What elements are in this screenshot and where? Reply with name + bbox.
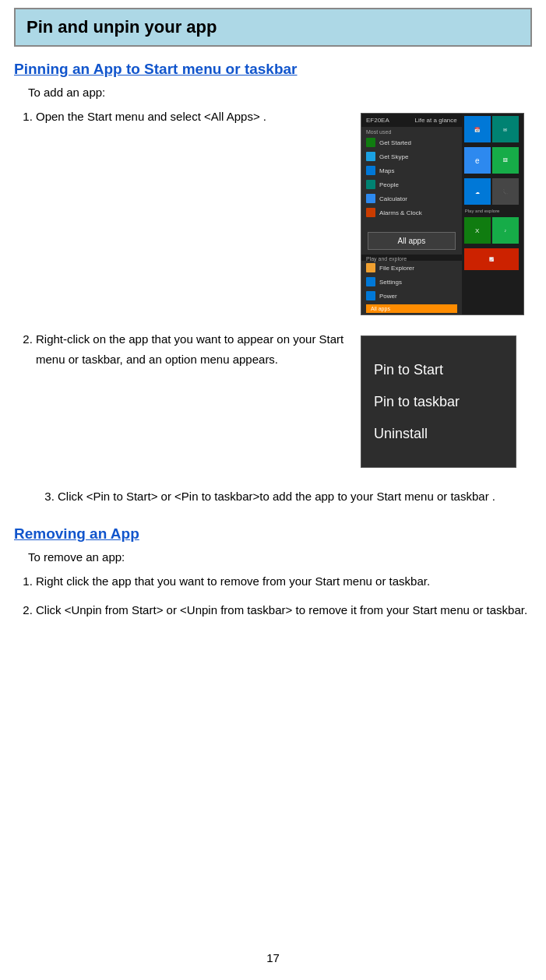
play-right-label: Play and explore (462, 207, 523, 215)
tile-row-2: e 🖼 (462, 145, 523, 176)
tile-row-1: 📅 ✉ (462, 114, 523, 145)
ctx-pin-start: Pin to Start (374, 354, 503, 386)
start-right-tiles: 📅 ✉ e 🖼 ☁ 📞 Play and explore X ♪ (462, 114, 523, 314)
page-container: Pin and unpin your app Pinning an App to… (0, 0, 546, 980)
tile-xbox: X (464, 217, 491, 244)
page-number: 17 (0, 951, 546, 964)
ctx-uninstall: Uninstall (374, 418, 503, 450)
fileexplorer-icon (366, 263, 375, 272)
play-explore-label: Play and explore (361, 255, 462, 261)
tile-phone: 📞 (492, 178, 519, 205)
alarms-icon (366, 208, 375, 217)
step1-area: Open the Start menu and select <All Apps… (14, 107, 532, 315)
start-item-skype: Get Skype (361, 149, 462, 163)
start-item-calc: Calculator (361, 191, 462, 205)
tile-music: ♪ (492, 217, 519, 244)
calc-icon (366, 194, 375, 203)
removing-section-title: Removing an App (14, 525, 532, 543)
header-bar: Pin and unpin your app (14, 8, 532, 47)
maps-icon (366, 166, 375, 175)
tile-calendar: 📅 (464, 116, 491, 142)
removing-section: Removing an App To remove an app: Right … (14, 525, 532, 620)
step2-item: Right-click on the app that you want to … (36, 329, 353, 369)
settings-icon (366, 277, 375, 286)
start-item-people: People (361, 177, 462, 191)
start-left-panel: EF20EA Life at a glance Most used Get St… (361, 114, 462, 314)
start-item-settings: Settings (361, 275, 462, 289)
remove-step2: Click <Unpin from Start> or <Unpin from … (36, 600, 532, 620)
start-menu-screenshot: EF20EA Life at a glance Most used Get St… (361, 113, 524, 315)
tile-row-4: X ♪ (462, 215, 523, 246)
start-pc-label: EF20EA (366, 117, 389, 124)
start-top-bar: EF20EA Life at a glance (361, 114, 462, 127)
start-item-getstarted: Get Started (361, 135, 462, 149)
step3-item: Click <Pin to Start> or <Pin to taskbar>… (58, 486, 532, 507)
all-apps-button[interactable]: All apps (368, 232, 456, 250)
step1-text-col: Open the Start menu and select <All Apps… (14, 107, 361, 135)
tile-mail: ✉ (492, 116, 519, 142)
step1-item: Open the Start menu and select <All Apps… (36, 107, 353, 127)
skype-icon (366, 152, 375, 161)
start-item-power: Power (361, 289, 462, 303)
most-used-label: Most used (361, 127, 462, 135)
ctx-pin-taskbar: Pin to taskbar (374, 386, 503, 418)
start-item-alarms: Alarms & Clock (361, 205, 462, 220)
tile-row-3: ☁ 📞 (462, 176, 523, 207)
header-title: Pin and unpin your app (26, 17, 520, 37)
context-menu-screenshot: Pin to Start Pin to taskbar Uninstall (361, 335, 516, 468)
pinning-intro: To add an app: (28, 86, 532, 99)
tile-weather: ☁ (464, 178, 491, 205)
tile-stocks: 📈 (464, 248, 519, 270)
step2-text-col: Right-click on the app that you want to … (14, 329, 361, 377)
removing-intro: To remove an app: (28, 550, 532, 564)
remove-step1: Right click the app that you want to rem… (36, 571, 532, 592)
all-apps-selected: All apps (366, 304, 457, 313)
power-icon (366, 291, 375, 300)
step2-area: Right-click on the app that you want to … (14, 329, 532, 468)
start-item-maps: Maps (361, 163, 462, 177)
start-life-label: Life at a glance (415, 117, 457, 124)
tile-photos: 🖼 (492, 147, 519, 174)
getstarted-icon (366, 138, 375, 147)
step3-area: Click <Pin to Start> or <Pin to taskbar>… (36, 486, 532, 507)
tile-row-5: 📈 (462, 246, 523, 272)
start-menu-image: EF20EA Life at a glance Most used Get St… (361, 107, 532, 315)
start-item-fileexplorer: File Explorer (361, 261, 462, 275)
context-menu-image: Pin to Start Pin to taskbar Uninstall (361, 329, 532, 468)
pinning-section-title: Pinning an App to Start menu or taskbar (14, 61, 532, 78)
people-icon (366, 180, 375, 189)
tile-edge: e (464, 147, 491, 174)
